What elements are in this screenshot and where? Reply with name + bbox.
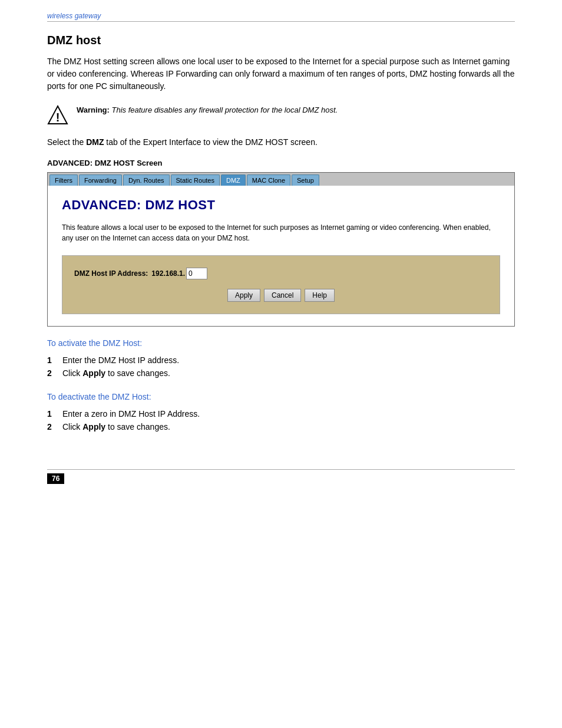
intro-text: The DMZ Host setting screen allows one l…	[47, 55, 515, 93]
apply-button[interactable]: Apply	[227, 289, 260, 302]
screen-label: ADVANCED: DMZ HOST Screen	[47, 159, 515, 167]
bottom-rule	[47, 469, 515, 470]
nav-bar: Filters Forwarding Dyn. Routes Static Ro…	[48, 173, 514, 186]
deactivate-step-2: 2 Click Apply to save changes.	[47, 420, 515, 433]
warning-text: Warning: This feature disables any firew…	[77, 104, 338, 116]
deactivate-list: 1 Enter a zero in DMZ Host IP Address. 2…	[47, 407, 515, 434]
wireless-gateway-label: wireless gateway	[47, 12, 515, 20]
tab-filters[interactable]: Filters	[49, 174, 78, 186]
tab-forwarding[interactable]: Forwarding	[79, 174, 122, 186]
ip-prefix: 192.168.1.	[151, 269, 185, 278]
top-divider	[47, 21, 515, 22]
button-row: Apply Cancel Help	[74, 289, 488, 302]
tab-setup[interactable]: Setup	[292, 174, 319, 186]
ip-row: DMZ Host IP Address: 192.168.1.	[74, 268, 488, 279]
activate-list: 1 Enter the DMZ Host IP address. 2 Click…	[47, 354, 515, 380]
tab-mac-clone[interactable]: MAC Clone	[247, 174, 290, 186]
ip-form-area: DMZ Host IP Address: 192.168.1. Apply Ca…	[62, 255, 500, 314]
instruction-text: Select the DMZ tab of the Expert Interfa…	[47, 137, 515, 147]
ip-input[interactable]	[186, 268, 207, 279]
tab-static-routes[interactable]: Static Routes	[171, 174, 220, 186]
svg-text:!: !	[56, 111, 60, 124]
deactivate-heading: To deactivate the DMZ Host:	[47, 392, 515, 401]
ip-label: DMZ Host IP Address:	[74, 269, 148, 278]
page-number: 76	[47, 473, 64, 484]
activate-heading: To activate the DMZ Host:	[47, 338, 515, 348]
warning-box: ! Warning: This feature disables any fir…	[47, 104, 515, 126]
screen-content: ADVANCED: DMZ HOST This feature allows a…	[48, 186, 514, 326]
screen-description: This feature allows a local user to be e…	[62, 222, 500, 243]
activate-step-2: 2 Click Apply to save changes.	[47, 367, 515, 380]
cancel-button[interactable]: Cancel	[264, 289, 301, 302]
screen-main-title: ADVANCED: DMZ HOST	[62, 197, 500, 213]
help-button[interactable]: Help	[305, 289, 335, 302]
tab-dyn-routes[interactable]: Dyn. Routes	[123, 174, 170, 186]
warning-icon: !	[47, 104, 68, 126]
activate-step-1: 1 Enter the DMZ Host IP address.	[47, 354, 515, 367]
deactivate-step-1: 1 Enter a zero in DMZ Host IP Address.	[47, 407, 515, 420]
section-title: DMZ host	[47, 34, 515, 47]
screenshot-frame: Filters Forwarding Dyn. Routes Static Ro…	[47, 172, 515, 327]
tab-dmz[interactable]: DMZ	[221, 174, 246, 186]
